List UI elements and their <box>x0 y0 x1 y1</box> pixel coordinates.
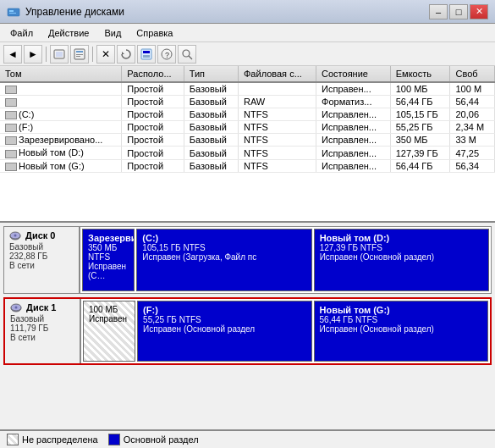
cell-fs: NTFS <box>239 108 316 121</box>
cell-fs: NTFS <box>239 121 316 134</box>
separator-2 <box>92 47 93 62</box>
svg-rect-1 <box>9 10 14 12</box>
cell-free: 56,34 <box>450 159 495 172</box>
properties-button[interactable] <box>70 45 89 64</box>
partition-disk1-2[interactable]: Новый том (G:) 56,44 ГБ NTFS Исправен (О… <box>314 301 488 362</box>
table-row[interactable]: Простой Базовый RAW Форматиз... 56,44 ГБ… <box>0 96 495 108</box>
cell-capacity: 56,44 ГБ <box>390 96 450 108</box>
menu-action[interactable]: Действие <box>41 26 96 40</box>
cell-capacity: 100 МБ <box>390 82 450 96</box>
maximize-button[interactable]: □ <box>449 4 468 19</box>
table-header-row: Том Располо... Тип Файловая с... Состоян… <box>0 66 495 82</box>
col-header-location[interactable]: Располо... <box>122 66 184 82</box>
partition-disk0-1[interactable]: (C:) 105,15 ГБ NTFS Исправен (Загрузка, … <box>136 229 311 291</box>
disk-name: Диск 0 <box>9 230 74 242</box>
window-title: Управление дисками <box>25 6 124 18</box>
legend-unallocated: Не распределена <box>7 434 98 445</box>
part-label: (F:) <box>143 305 305 315</box>
disk-table-area: Том Располо... Тип Файловая с... Состоян… <box>0 66 495 223</box>
cell-state: Исправлен... <box>316 121 391 134</box>
menu-view[interactable]: Вид <box>97 26 128 40</box>
title-icon <box>7 5 20 19</box>
cell-location: Простой <box>122 147 184 159</box>
part-size: 56,44 ГБ NTFS <box>320 315 482 324</box>
cell-capacity: 55,25 ГБ <box>390 121 450 134</box>
col-header-volume[interactable]: Том <box>0 66 122 82</box>
part-label: (C:) <box>142 233 305 243</box>
map-button[interactable] <box>137 45 156 64</box>
delete-button[interactable]: ✕ <box>96 45 115 64</box>
legend-primary: Основной раздел <box>108 434 199 445</box>
legend-bar: Не распределена Основной раздел <box>0 429 495 448</box>
menu-file[interactable]: Файл <box>3 26 40 40</box>
forward-button[interactable]: ► <box>24 45 42 64</box>
legend-primary-box <box>108 434 120 445</box>
cell-location: Простой <box>122 134 184 147</box>
cell-volume: Новый том (G:) <box>0 159 122 172</box>
menu-bar: Файл Действие Вид Справка <box>0 24 495 42</box>
disk-info-disk0: Диск 0 Базовый 232,88 ГБ В сети <box>4 227 80 293</box>
part-size: 350 МБ NTFS <box>88 243 129 262</box>
cell-type: Базовый <box>184 121 238 134</box>
close-button[interactable]: ✕ <box>470 4 488 19</box>
toolbar: ◄ ► ✕ ? <box>0 42 495 66</box>
col-header-type[interactable]: Тип <box>184 66 238 82</box>
partition-disk1-1[interactable]: (F:) 55,25 ГБ NTFS Исправен (Основной ра… <box>137 301 311 362</box>
table-row[interactable]: (F:) Простой Базовый NTFS Исправлен... 5… <box>0 121 495 134</box>
cell-free: 47,25 <box>450 147 495 159</box>
part-status: Исправен (С… <box>88 262 129 280</box>
cell-type: Базовый <box>184 108 238 121</box>
table-row[interactable]: Новый том (G:) Простой Базовый NTFS Испр… <box>0 159 495 172</box>
cell-location: Простой <box>122 108 184 121</box>
cell-type: Базовый <box>184 134 238 147</box>
part-status: Исправен (Загрузка, Файл пс <box>142 252 305 262</box>
part-size: 100 МБ <box>89 305 129 314</box>
disk-size: 111,79 ГБ <box>10 324 74 333</box>
cell-free: 33 М <box>450 134 495 147</box>
cell-capacity: 350 МБ <box>390 134 450 147</box>
help-button[interactable]: ? <box>157 45 176 64</box>
svg-line-16 <box>189 56 192 59</box>
up-button[interactable] <box>50 45 69 64</box>
table-row[interactable]: Простой Базовый Исправен... 100 МБ 100 М <box>0 82 495 96</box>
cell-free: 100 М <box>450 82 495 96</box>
cell-free: 20,06 <box>450 108 495 121</box>
svg-rect-2 <box>9 13 16 14</box>
part-size: 55,25 ГБ NTFS <box>143 315 305 324</box>
disk-map-area: Диск 0 Базовый 232,88 ГБ В сети Зарезерв… <box>0 223 495 429</box>
svg-point-22 <box>15 307 18 309</box>
cell-volume: Зарезервировано... <box>0 134 122 147</box>
cell-capacity: 105,15 ГБ <box>390 108 450 121</box>
partition-disk0-2[interactable]: Новый том (D:) 127,39 ГБ NTFS Исправен (… <box>314 229 489 291</box>
disk-row-disk0[interactable]: Диск 0 Базовый 232,88 ГБ В сети Зарезерв… <box>3 226 492 294</box>
back-button[interactable]: ◄ <box>3 45 22 64</box>
search-button[interactable] <box>178 45 196 64</box>
cell-free: 2,34 М <box>450 121 495 134</box>
cell-fs <box>239 82 316 96</box>
table-row[interactable]: Зарезервировано... Простой Базовый NTFS … <box>0 134 495 147</box>
partition-disk1-0[interactable]: 100 МБ Исправен <box>83 301 135 362</box>
col-header-fs[interactable]: Файловая с... <box>239 66 316 82</box>
svg-rect-4 <box>56 52 63 57</box>
disk-table: Том Располо... Тип Файловая с... Состоян… <box>0 66 495 173</box>
menu-help[interactable]: Справка <box>129 26 179 40</box>
disk-info-disk1: Диск 1 Базовый 111,79 ГБ В сети <box>5 299 81 363</box>
cell-state: Исправлен... <box>316 147 391 159</box>
col-header-state[interactable]: Состояние <box>316 66 391 82</box>
legend-primary-label: Основной раздел <box>124 434 199 445</box>
part-size: 127,39 ГБ NTFS <box>320 243 483 252</box>
refresh-button[interactable] <box>117 45 135 64</box>
cell-fs: NTFS <box>239 134 316 147</box>
table-row[interactable]: Новый том (D:) Простой Базовый NTFS Испр… <box>0 147 495 159</box>
col-header-free[interactable]: Своб <box>450 66 495 82</box>
disk-row-disk1[interactable]: Диск 1 Базовый 111,79 ГБ В сети 100 МБ И… <box>3 297 492 365</box>
partition-disk0-0[interactable]: Зарезервиро... 350 МБ NTFS Исправен (С… <box>82 229 135 291</box>
cell-type: Базовый <box>184 82 238 96</box>
table-row[interactable]: (C:) Простой Базовый NTFS Исправлен... 1… <box>0 108 495 121</box>
part-status: Исправен <box>89 314 129 324</box>
title-buttons: – □ ✕ <box>429 4 488 19</box>
col-header-capacity[interactable]: Емкость <box>390 66 450 82</box>
minimize-button[interactable]: – <box>429 4 448 19</box>
disk-status: В сети <box>10 333 74 342</box>
svg-point-19 <box>14 235 17 237</box>
